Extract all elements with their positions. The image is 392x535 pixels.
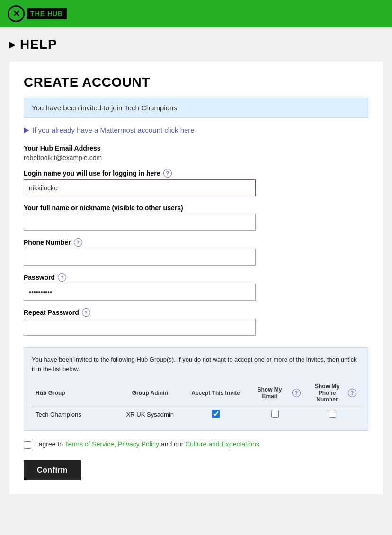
groups-section: You have been invited to the following H… bbox=[24, 347, 368, 431]
mattermost-arrow-icon: ▶ bbox=[24, 125, 29, 134]
breadcrumb-arrow-icon: ▶ bbox=[9, 39, 16, 50]
phone-field-group: Phone Number ? bbox=[24, 238, 368, 266]
page-content: ▶ HELP CREATE ACCOUNT You have been invi… bbox=[0, 27, 392, 504]
col-show-phone-header: Show My Phone Number ? bbox=[304, 380, 360, 406]
logo-circle-icon: ✕ bbox=[8, 5, 25, 22]
fullname-field-group: Your full name or nickname (visible to o… bbox=[24, 204, 368, 231]
email-field-group: Your Hub Email Address rebeltoolkit@exam… bbox=[24, 144, 368, 161]
repeat-password-label: Repeat Password ? bbox=[24, 308, 368, 317]
login-label: Login name you will use for logging in h… bbox=[24, 169, 368, 178]
page-title: HELP bbox=[20, 37, 57, 52]
agreement-row: I agree to Terms of Service, Privacy Pol… bbox=[24, 440, 368, 449]
logo: ✕ THE HUB bbox=[8, 5, 67, 22]
fullname-input[interactable] bbox=[24, 214, 256, 231]
show-email-help-icon[interactable]: ? bbox=[292, 389, 301, 397]
show-email-checkbox[interactable] bbox=[271, 410, 279, 418]
login-input[interactable] bbox=[24, 179, 256, 196]
col-group-admin-header: Group Admin bbox=[114, 380, 187, 406]
accept-checkbox[interactable] bbox=[212, 410, 220, 418]
repeat-password-help-icon[interactable]: ? bbox=[82, 308, 90, 317]
cell-hub-group: Tech Champions bbox=[32, 406, 114, 423]
confirm-button[interactable]: Confirm bbox=[24, 460, 81, 480]
mattermost-link[interactable]: ▶ If you already have a Mattermost accou… bbox=[24, 125, 368, 134]
groups-table: Hub Group Group Admin Accept This Invite… bbox=[32, 380, 360, 423]
table-row: Tech ChampionsXR UK Sysadmin bbox=[32, 406, 360, 423]
login-field-group: Login name you will use for logging in h… bbox=[24, 169, 368, 196]
fullname-label: Your full name or nickname (visible to o… bbox=[24, 204, 368, 212]
phone-input[interactable] bbox=[24, 249, 256, 266]
col-show-email-header: Show My Email ? bbox=[245, 380, 304, 406]
cell-group-admin: XR UK Sysadmin bbox=[114, 406, 187, 423]
login-help-icon[interactable]: ? bbox=[163, 169, 172, 178]
show-phone-help-icon[interactable]: ? bbox=[348, 389, 356, 397]
agreement-text-before: I agree to bbox=[35, 440, 63, 448]
agreement-text: I agree to Terms of Service, Privacy Pol… bbox=[35, 440, 261, 448]
cell-accept bbox=[186, 406, 245, 423]
cell-show-email bbox=[245, 406, 304, 423]
tos-link[interactable]: Terms of Service bbox=[65, 440, 114, 448]
password-label: Password ? bbox=[24, 273, 368, 282]
repeat-password-input[interactable] bbox=[24, 319, 256, 336]
phone-help-icon[interactable]: ? bbox=[74, 238, 82, 247]
card-title: CREATE ACCOUNT bbox=[24, 75, 368, 90]
col-accept-header: Accept This Invite bbox=[186, 380, 245, 406]
logo-x-icon: ✕ bbox=[13, 9, 20, 19]
repeat-password-field-group: Repeat Password ? bbox=[24, 308, 368, 336]
culture-link[interactable]: Culture and Expectations bbox=[185, 440, 259, 448]
show-phone-checkbox[interactable] bbox=[329, 410, 336, 418]
email-label: Your Hub Email Address bbox=[24, 144, 368, 152]
password-input[interactable] bbox=[24, 284, 256, 301]
password-field-group: Password ? bbox=[24, 273, 368, 301]
header: ✕ THE HUB bbox=[0, 0, 392, 27]
mattermost-link-text: If you already have a Mattermost account… bbox=[32, 126, 195, 134]
phone-label: Phone Number ? bbox=[24, 238, 368, 247]
password-help-icon[interactable]: ? bbox=[58, 273, 66, 282]
logo-hub-text: THE HUB bbox=[27, 8, 67, 19]
agreement-checkbox[interactable] bbox=[24, 441, 31, 449]
invite-banner: You have been invited to join Tech Champ… bbox=[24, 98, 368, 118]
groups-info-text: You have been invited to the following H… bbox=[32, 355, 360, 374]
breadcrumb: ▶ HELP bbox=[9, 37, 383, 52]
privacy-link[interactable]: Privacy Policy bbox=[118, 440, 159, 448]
col-hub-group-header: Hub Group bbox=[32, 380, 114, 406]
email-value: rebeltoolkit@example.com bbox=[24, 154, 368, 161]
cell-show-phone bbox=[304, 406, 360, 423]
create-account-card: CREATE ACCOUNT You have been invited to … bbox=[9, 62, 383, 494]
